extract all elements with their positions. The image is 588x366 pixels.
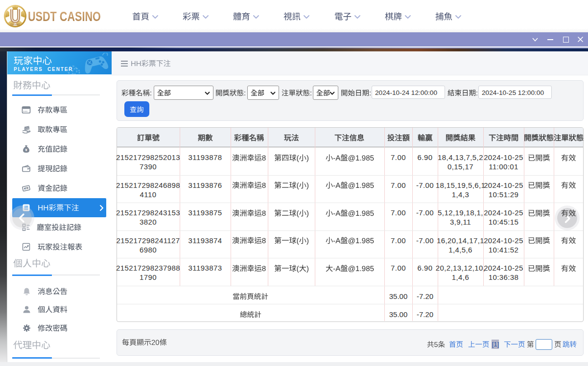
svg-text:CASINO: CASINO xyxy=(10,23,20,26)
svg-text:¥: ¥ xyxy=(25,148,27,152)
